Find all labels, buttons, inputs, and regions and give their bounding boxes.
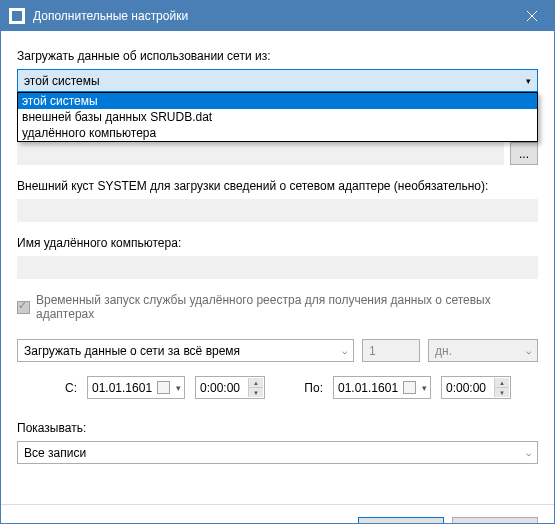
spin-up-icon[interactable]: ▲ <box>494 378 509 388</box>
remote-field <box>17 256 538 279</box>
from-label: С: <box>57 381 77 395</box>
source-dropdown: этой системы внешней базы данных SRUDB.d… <box>17 92 538 142</box>
period-mode-select[interactable]: Загружать данные о сети за всё время ⌵ <box>17 339 354 362</box>
temp-service-checkbox-row: Временный запуск службы удалённого реест… <box>17 293 538 321</box>
calendar-icon <box>157 381 170 394</box>
temp-service-label: Временный запуск службы удалённого реест… <box>36 293 538 321</box>
time-spinner[interactable]: ▲▼ <box>248 378 263 397</box>
calendar-icon <box>403 381 416 394</box>
hive-label: Внешний куст SYSTEM для загрузки сведени… <box>17 179 538 193</box>
app-icon <box>9 8 25 24</box>
source-option[interactable]: внешней базы данных SRUDB.dat <box>18 109 537 125</box>
source-option[interactable]: этой системы <box>18 93 537 109</box>
source-label: Загружать данные об использовании сети и… <box>17 49 538 63</box>
time-spinner[interactable]: ▲▼ <box>494 378 509 397</box>
path-field <box>17 142 504 165</box>
chevron-down-icon: ▾ <box>422 383 427 393</box>
hive-field <box>17 199 538 222</box>
footer: ОК Отмена <box>1 504 554 524</box>
titlebar: Дополнительные настройки <box>1 1 554 31</box>
temp-service-checkbox <box>17 301 30 314</box>
spin-up-icon[interactable]: ▲ <box>248 378 263 388</box>
chevron-down-icon: ⌵ <box>342 346 347 356</box>
browse-button[interactable]: ... <box>510 142 538 165</box>
period-unit-select: дн. ⌵ <box>428 339 538 362</box>
period-count-field: 1 <box>362 339 420 362</box>
content-area: Загружать данные об использовании сети и… <box>1 31 554 504</box>
show-select[interactable]: Все записи ⌵ <box>17 441 538 464</box>
spin-down-icon[interactable]: ▼ <box>248 388 263 397</box>
close-icon <box>527 11 537 21</box>
remote-label: Имя удалённого компьютера: <box>17 236 538 250</box>
from-time-field[interactable]: 0:00:00 ▲▼ <box>195 376 265 399</box>
window-title: Дополнительные настройки <box>33 9 509 23</box>
source-select[interactable]: этой системы ▾ этой системы внешней базы… <box>17 69 538 92</box>
chevron-down-icon: ⌵ <box>526 346 531 356</box>
source-option[interactable]: удалённого компьютера <box>18 125 537 141</box>
chevron-down-icon: ▾ <box>526 76 531 86</box>
to-label: По: <box>299 381 323 395</box>
ok-button[interactable]: ОК <box>358 517 444 524</box>
source-value: этой системы <box>24 74 100 88</box>
from-date-field[interactable]: 01.01.1601 ▾ <box>87 376 185 399</box>
spin-down-icon[interactable]: ▼ <box>494 388 509 397</box>
show-label: Показывать: <box>17 421 538 435</box>
cancel-button[interactable]: Отмена <box>452 517 538 524</box>
chevron-down-icon: ⌵ <box>526 448 531 458</box>
to-date-field[interactable]: 01.01.1601 ▾ <box>333 376 431 399</box>
chevron-down-icon: ▾ <box>176 383 181 393</box>
close-button[interactable] <box>509 1 554 31</box>
to-time-field[interactable]: 0:00:00 ▲▼ <box>441 376 511 399</box>
